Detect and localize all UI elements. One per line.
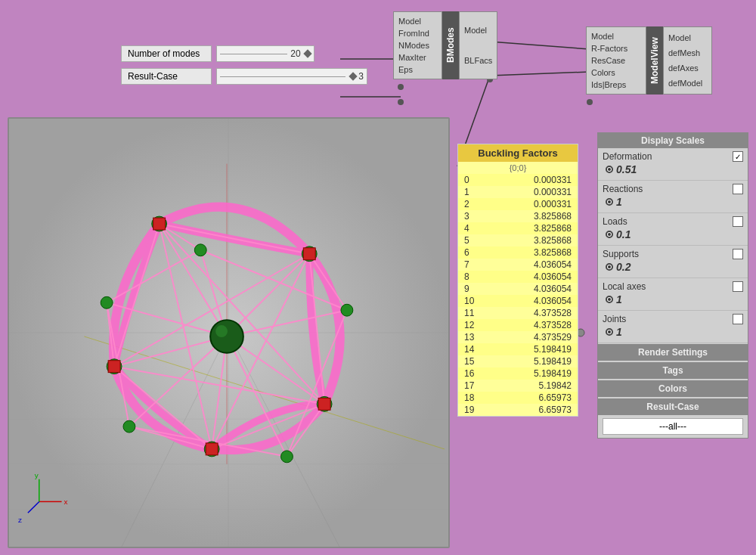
mv-in-model: Model [591, 30, 641, 42]
buckling-index: 3 [464, 211, 469, 222]
result-case-label: Result-Case [121, 68, 212, 85]
joints-radio[interactable] [606, 328, 613, 336]
buckling-row: 124.373528 [458, 319, 578, 331]
buckling-value: 6.65973 [539, 405, 572, 415]
local-axes-row: Local axes 1 [598, 278, 748, 311]
loads-radio[interactable] [606, 231, 613, 238]
loads-row: Loads 0.1 [598, 213, 748, 246]
buckling-row: 63.825868 [458, 246, 578, 259]
svg-point-83 [215, 325, 228, 337]
buckling-row: 74.036054 [458, 259, 578, 271]
buckling-index: 13 [464, 332, 474, 343]
joints-label: Joints [603, 314, 626, 324]
mv-out-defmodel: defModel [668, 77, 707, 89]
num-modes-slider[interactable]: 20 [216, 45, 314, 62]
loads-value-row: 0.1 [603, 227, 743, 242]
deformation-checkbox[interactable] [733, 151, 743, 162]
loads-checkbox[interactable] [733, 216, 743, 227]
buckling-value: 5.19842 [539, 380, 572, 391]
local-axes-label: Local axes [603, 281, 646, 292]
bm-port-model: Model [398, 15, 437, 27]
reactions-value: 1 [616, 196, 622, 208]
deformation-value-row: 0.51 [603, 162, 743, 177]
bm-out-model: Model [464, 24, 492, 36]
buckling-row: 10.000331 [458, 186, 578, 198]
mv-in-rescase: ResCase [591, 54, 641, 67]
deformation-label: Deformation [603, 151, 652, 162]
buckling-index: 5 [464, 235, 469, 246]
buckling-rows: 00.00033110.00033120.00033133.82586843.8… [458, 174, 578, 416]
local-axes-checkbox[interactable] [733, 281, 743, 292]
mv-ports-right: Model defMesh defAxes defModel [663, 26, 712, 95]
result-case-value-box[interactable]: ---all--- [603, 418, 743, 435]
reactions-value-row: 1 [603, 194, 743, 209]
local-axes-value: 1 [616, 293, 622, 305]
svg-text:y: y [35, 471, 39, 479]
buckling-value: 4.036054 [534, 259, 572, 270]
bmodes-title: BModes [442, 11, 459, 79]
viewport-3d[interactable]: x y z [8, 117, 450, 548]
loads-header: Loads [603, 216, 743, 227]
buckling-index: 14 [464, 344, 474, 355]
buckling-row: 84.036054 [458, 271, 578, 283]
local-axes-radio[interactable] [606, 296, 613, 303]
result-case-button[interactable]: Result-Case [598, 398, 748, 415]
deformation-radio[interactable] [606, 166, 613, 173]
viewport-grid: x y z [9, 119, 448, 547]
reactions-radio[interactable] [606, 198, 613, 206]
bm-port-nmodes: NModes [398, 39, 437, 51]
buckling-row: 145.198419 [458, 343, 578, 355]
buckling-row: 134.373529 [458, 331, 578, 343]
reactions-header: Reactions [603, 184, 743, 194]
buckling-value: 0.000331 [534, 175, 572, 185]
buckling-row: 175.19842 [458, 380, 578, 392]
buckling-row: 155.198419 [458, 355, 578, 367]
buckling-value: 0.000331 [534, 187, 572, 197]
slider-track [220, 54, 287, 54]
buckling-row: 20.000331 [458, 198, 578, 210]
buckling-value: 4.036054 [534, 284, 572, 294]
buckling-index: 0 [464, 175, 469, 185]
buckling-index: 7 [464, 259, 469, 270]
buckling-value: 3.825868 [534, 235, 572, 246]
joints-checkbox[interactable] [733, 314, 743, 324]
reactions-row: Reactions 1 [598, 181, 748, 213]
buckling-index: 18 [464, 392, 474, 403]
result-case-slider[interactable]: 3 [216, 68, 367, 85]
buckling-index: 6 [464, 247, 469, 258]
buckling-row: 114.373528 [458, 307, 578, 319]
mv-out-defaxes: defAxes [668, 62, 707, 74]
bm-port-eps: Eps [398, 64, 437, 76]
result-case-value: 3 [358, 71, 364, 82]
render-settings-button[interactable]: Render Settings [598, 344, 748, 361]
bm-out-blfacs: BLFacs [464, 54, 492, 67]
tags-button[interactable]: Tags [598, 362, 748, 379]
reactions-checkbox[interactable] [733, 184, 743, 194]
supports-radio[interactable] [606, 263, 613, 271]
svg-text:z: z [18, 516, 22, 524]
supports-header: Supports [603, 249, 743, 259]
buckling-value: 3.825868 [534, 211, 572, 222]
buckling-row: 00.000331 [458, 174, 578, 186]
buckling-value: 4.373528 [534, 320, 572, 330]
supports-row: Supports 0.2 [598, 246, 748, 278]
svg-point-80 [123, 420, 135, 433]
buckling-value: 4.373529 [534, 332, 572, 343]
viewport-canvas: x y z [9, 119, 448, 547]
colors-button[interactable]: Colors [598, 380, 748, 397]
mv-in-ids: Ids|Breps [591, 79, 641, 91]
buckling-value: 6.65973 [539, 392, 572, 403]
buckling-row: 33.825868 [458, 210, 578, 222]
svg-rect-87 [206, 443, 218, 455]
local-axes-header: Local axes [603, 281, 743, 292]
supports-checkbox[interactable] [733, 249, 743, 259]
svg-rect-84 [153, 218, 166, 230]
modelview-node: Model R-Factors ResCase Colors Ids|Breps… [586, 26, 712, 95]
buckling-index: 16 [464, 368, 474, 379]
display-scales-title: Display Scales [598, 133, 748, 148]
buckling-index: 1 [464, 187, 469, 197]
svg-rect-88 [108, 361, 120, 373]
mv-ports-left: Model R-Factors ResCase Colors Ids|Breps [586, 26, 646, 95]
num-modes-diamond[interactable] [303, 49, 311, 57]
reactions-label: Reactions [603, 184, 643, 194]
